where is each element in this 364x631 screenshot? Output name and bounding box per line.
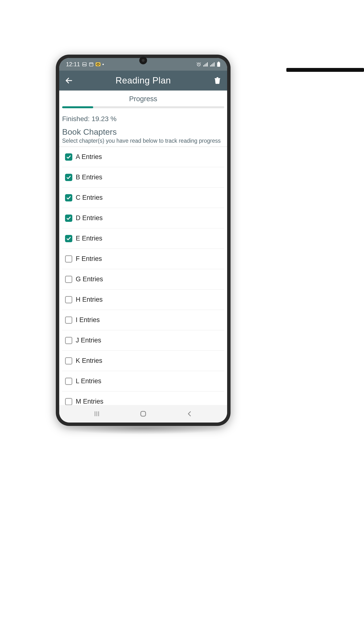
- arrow-left-icon: [65, 76, 73, 85]
- chapter-label: J Entries: [76, 336, 101, 344]
- chapter-label: L Entries: [76, 378, 102, 385]
- chapter-row[interactable]: L Entries: [62, 371, 224, 392]
- chapter-checkbox[interactable]: [65, 337, 72, 344]
- chapter-row[interactable]: F Entries: [62, 249, 224, 269]
- chapter-checkbox[interactable]: [65, 398, 72, 405]
- svg-rect-11: [212, 63, 213, 66]
- signal-icon: [210, 62, 215, 66]
- chapter-row[interactable]: K Entries: [62, 351, 224, 371]
- svg-rect-12: [214, 62, 214, 66]
- svg-rect-1: [89, 62, 93, 66]
- chapter-checkbox[interactable]: [65, 378, 72, 385]
- chevron-left-icon: [186, 410, 193, 418]
- svg-rect-7: [206, 63, 206, 66]
- home-icon: [140, 410, 147, 418]
- chapter-label: K Entries: [76, 357, 102, 364]
- nav-back-button[interactable]: [184, 408, 196, 420]
- chapter-label: I Entries: [76, 316, 100, 324]
- chapter-checkbox[interactable]: [65, 154, 72, 161]
- progress-section: Progress Finished: 19.23 % Book Chapters…: [59, 90, 227, 146]
- chapter-checkbox[interactable]: [65, 357, 72, 364]
- section-heading: Book Chapters: [62, 125, 224, 137]
- section-subheading: Select chapter(s) you have read below to…: [62, 137, 224, 146]
- chapter-list[interactable]: A EntriesB EntriesC EntriesD EntriesE En…: [59, 147, 227, 405]
- svg-rect-9: [210, 65, 211, 66]
- check-icon: [66, 236, 71, 241]
- chapter-row[interactable]: A Entries: [62, 147, 224, 167]
- status-time: 12:11: [66, 61, 80, 68]
- recents-icon: [93, 410, 100, 418]
- signal-icon: [203, 62, 208, 66]
- camera-notch: [139, 56, 147, 64]
- trash-icon: [214, 76, 221, 85]
- system-nav-bar: [59, 405, 227, 422]
- chapter-checkbox[interactable]: [65, 316, 72, 324]
- dot-icon: •: [102, 62, 104, 67]
- chapter-row[interactable]: D Entries: [62, 208, 224, 228]
- svg-rect-8: [207, 62, 208, 66]
- decorative-side-stick: [286, 68, 364, 72]
- alarm-icon: [196, 62, 202, 67]
- svg-rect-14: [218, 62, 219, 62]
- progress-bar-fill: [62, 106, 93, 108]
- finished-text: Finished: 19.23 %: [62, 108, 224, 125]
- chapter-checkbox[interactable]: [65, 235, 72, 242]
- svg-point-3: [96, 64, 99, 65]
- chapter-label: H Entries: [76, 296, 103, 303]
- sim-icon: [96, 62, 100, 66]
- app-bar: Reading Plan: [59, 70, 227, 90]
- chapter-label: C Entries: [76, 194, 103, 202]
- page-title: Reading Plan: [116, 76, 171, 86]
- chapter-checkbox[interactable]: [65, 276, 72, 283]
- check-icon: [66, 195, 71, 200]
- svg-rect-21: [141, 411, 146, 416]
- chapter-label: E Entries: [76, 235, 102, 242]
- progress-label: Progress: [62, 95, 224, 106]
- svg-rect-6: [204, 64, 205, 66]
- battery-icon: [217, 62, 220, 67]
- chapter-row[interactable]: C Entries: [62, 188, 224, 208]
- svg-rect-10: [211, 64, 212, 66]
- calendar-icon: [89, 62, 94, 67]
- image-icon: [82, 62, 87, 67]
- svg-rect-5: [203, 65, 204, 66]
- check-icon: [66, 216, 71, 220]
- check-icon: [66, 175, 71, 180]
- back-button[interactable]: [64, 76, 74, 86]
- recents-button[interactable]: [91, 408, 103, 420]
- chapter-checkbox[interactable]: [65, 194, 72, 202]
- chapter-label: B Entries: [76, 174, 102, 181]
- home-button[interactable]: [137, 408, 149, 420]
- chapter-label: M Entries: [76, 398, 104, 405]
- chapter-checkbox[interactable]: [65, 296, 72, 303]
- chapter-row[interactable]: G Entries: [62, 269, 224, 290]
- chapter-row[interactable]: I Entries: [62, 310, 224, 330]
- chapter-label: F Entries: [76, 255, 102, 262]
- status-right-group: [196, 62, 220, 67]
- chapter-checkbox[interactable]: [65, 214, 72, 222]
- chapter-row[interactable]: E Entries: [62, 228, 224, 249]
- chapter-label: G Entries: [76, 276, 103, 283]
- phone-frame: 12:11 •: [56, 54, 230, 426]
- chapter-label: D Entries: [76, 214, 103, 222]
- phone-screen: 12:11 •: [59, 58, 227, 422]
- svg-rect-13: [217, 62, 220, 67]
- status-left-group: 12:11 •: [66, 61, 104, 68]
- progress-bar: [62, 106, 224, 108]
- delete-button[interactable]: [212, 76, 222, 86]
- svg-rect-17: [216, 77, 218, 78]
- chapter-checkbox[interactable]: [65, 255, 72, 262]
- check-icon: [66, 154, 71, 160]
- chapter-row[interactable]: H Entries: [62, 290, 224, 310]
- chapter-row[interactable]: M Entries: [62, 392, 224, 405]
- chapter-row[interactable]: J Entries: [62, 330, 224, 351]
- chapter-checkbox[interactable]: [65, 174, 72, 181]
- chapter-row[interactable]: B Entries: [62, 167, 224, 188]
- chapter-label: A Entries: [76, 153, 102, 161]
- svg-rect-16: [215, 78, 220, 79]
